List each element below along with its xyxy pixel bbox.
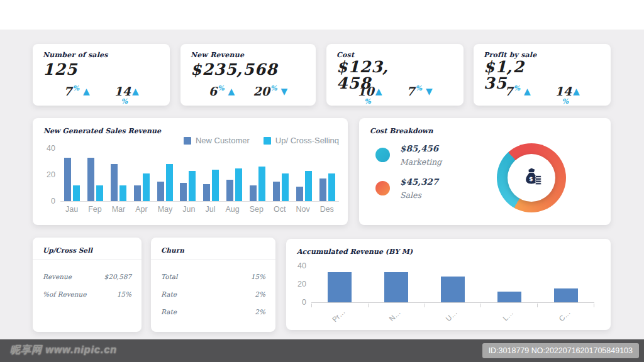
axis-tick [369, 304, 425, 307]
donut-legend: $85,456Marketing$45,327Sales [375, 143, 441, 200]
row-label: %of Revenue [43, 290, 87, 308]
top-band [0, 0, 644, 30]
bar [319, 178, 326, 201]
x-tick-label: May [158, 205, 173, 214]
kpi-title: New Revenue [191, 51, 306, 59]
bar-group [203, 170, 219, 201]
kpi-delta: 14%▲ [555, 85, 579, 97]
x-axis-labels: Pr…N…U…L…C… [311, 308, 594, 319]
trend-up-icon: ▲ [524, 86, 531, 96]
bar [64, 158, 71, 201]
bar [296, 187, 303, 201]
slice-label: Sales [400, 190, 438, 200]
slice-label: Marketing [400, 157, 441, 167]
row-value: 15% [117, 290, 131, 308]
row-value: $20,587 [104, 273, 131, 290]
watermark-text: 昵享网 www.nipic.cn [10, 344, 117, 357]
kpi-deltas: 6%▲20%▼ [180, 85, 316, 97]
legend-label: New Customer [196, 136, 250, 145]
bar [189, 171, 196, 201]
bar [226, 180, 233, 201]
slice-value: $85,456 [400, 143, 441, 153]
slice-value: $45,327 [400, 177, 438, 187]
table-title: Churn [161, 246, 265, 254]
trend-up-icon: ▲ [375, 86, 382, 96]
kpi-card-cost: Cost $123,458 10%▲7%▼ [326, 44, 464, 106]
bar-group [64, 158, 80, 201]
bar [554, 288, 578, 302]
bar [73, 185, 80, 201]
chart-title: Accumulated Revenue (BY M) [297, 248, 413, 256]
table-title: Up/Cross Sell [43, 246, 131, 254]
legend-label: Up/ Cross-Sellinq [275, 136, 339, 145]
x-tick-label: Nov [296, 205, 309, 214]
donut-chart: $ [497, 143, 566, 212]
percent-sign: % [514, 84, 520, 92]
y-tick-label: 20 [289, 280, 306, 288]
bar [305, 171, 312, 201]
row-label: Rate [161, 290, 177, 308]
bar-group [319, 173, 335, 201]
row-label: Rate [161, 308, 177, 326]
svg-text:$: $ [529, 175, 533, 182]
kpi-card-new-revenue: New Revenue $235,568 6%▲20%▼ [180, 44, 316, 106]
table-row: Rate2% [161, 290, 265, 308]
bar-plot-area [60, 149, 339, 202]
chart-legend: New CustomerUp/ Cross-Sellinq [184, 136, 339, 145]
legend-swatch-icon [184, 137, 191, 145]
chart-title: Cost Breakdown [370, 127, 433, 135]
money-bag-icon: $ [519, 165, 544, 190]
y-tick-label: 20 [38, 170, 55, 179]
bar [497, 292, 521, 302]
kpi-card-number-of-sales: Number of sales 125 7%▲14%▲ [33, 44, 170, 106]
x-tick-label: Fep [88, 205, 102, 214]
trend-down-icon: ▼ [426, 86, 433, 96]
kpi-delta: 14%▲ [114, 85, 138, 97]
legend-dot-icon [375, 148, 390, 162]
x-tick-label: N… [368, 308, 425, 319]
x-axis-labels: JauFepMarAprMayJunJulAugSepOctNovDes [60, 205, 339, 214]
delta-value: 7 [64, 85, 72, 97]
bar-group [134, 173, 150, 201]
kpi-deltas: 7%▲14%▲ [474, 85, 611, 97]
percent-sign: % [121, 97, 127, 106]
watermark-bar: 昵享网 www.nipic.cn ID:3018779 NO:202207162… [0, 339, 644, 362]
table-row: Revenue$20,587 [43, 273, 131, 290]
row-label: Revenue [43, 273, 72, 290]
sales-revenue-chart-card: New Generated Sales Revenue New Customer… [33, 118, 348, 225]
kpi-value: $235,568 [191, 62, 306, 78]
churn-table-card: Churn Total15%Rate2%Rate2% [151, 238, 275, 332]
y-tick-label: 0 [289, 298, 306, 307]
kpi-delta: 7%▲ [64, 85, 89, 97]
bar [157, 182, 164, 202]
upcross-sell-table-card: Up/Cross Sell Revenue$20,587%of Revenue1… [33, 238, 142, 332]
row-label: Total [161, 273, 177, 290]
kpi-title: Number of sales [43, 51, 160, 59]
x-tick-label: Jul [205, 205, 215, 214]
bar [441, 277, 465, 302]
bar [250, 185, 257, 201]
x-tick-label: Oct [274, 205, 286, 214]
percent-sign: % [218, 84, 224, 92]
y-tick-label: 0 [38, 197, 55, 206]
bar [258, 167, 265, 201]
bar [166, 164, 173, 201]
table-header: Churn [151, 238, 275, 260]
bar [111, 164, 118, 201]
trend-up-icon: ▲ [83, 86, 90, 96]
delta-value: 10 [357, 85, 374, 97]
bar-group [273, 173, 289, 201]
bar-plot-area [311, 266, 594, 303]
kpi-delta: 20%▼ [253, 85, 288, 97]
bar [203, 184, 210, 201]
delta-value: 6 [209, 85, 217, 97]
percent-sign: % [415, 84, 421, 92]
axis-tick [481, 304, 538, 307]
x-tick-label: U… [425, 308, 481, 319]
bar-group [157, 164, 173, 201]
delta-value: 14 [555, 85, 571, 97]
delta-value: 7 [406, 85, 414, 97]
row-value: 2% [255, 308, 265, 326]
table-header: Up/Cross Sell [33, 238, 142, 260]
trend-up-icon: ▲ [573, 86, 580, 96]
